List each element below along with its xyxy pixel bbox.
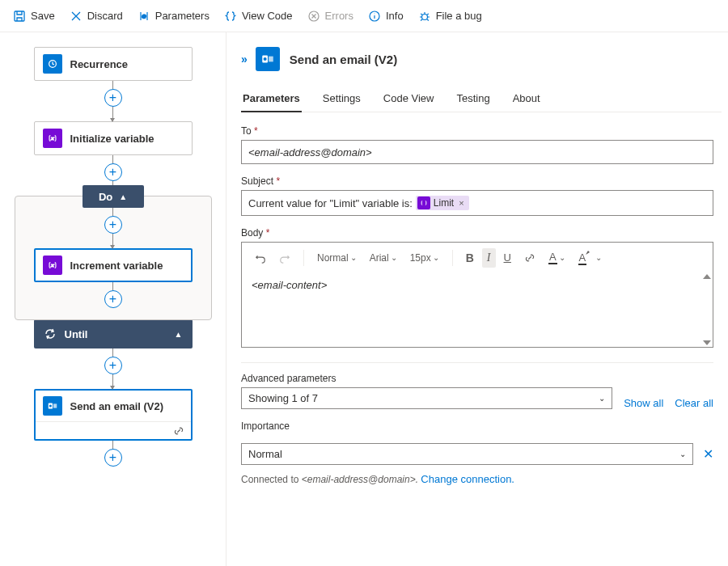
redo-button[interactable] (274, 249, 295, 267)
recurrence-node[interactable]: Recurrence (34, 47, 193, 81)
save-label: Save (31, 10, 55, 22)
chip-label: Limit (434, 197, 454, 209)
subject-prefix: Current value for "Limit" variable is: (248, 197, 413, 209)
connector-line (112, 107, 113, 121)
discard-button[interactable]: Discard (63, 5, 129, 27)
svg-point-10 (49, 404, 51, 407)
chevron-up-icon: ▲ (175, 330, 183, 339)
chevron-down-icon: ⌄ (595, 253, 602, 262)
node-label: Send an email (V2) (70, 400, 164, 412)
link-icon (524, 252, 535, 264)
add-step-button[interactable]: + (104, 449, 122, 467)
change-connection-link[interactable]: Change connection. (421, 473, 514, 485)
add-step-button[interactable]: + (104, 163, 122, 181)
advanced-label: Advanced parameters (241, 373, 612, 384)
until-label: Until (65, 328, 167, 340)
initialize-variable-node[interactable]: x Initialize variable (34, 121, 193, 155)
do-header[interactable]: Do ▲ (83, 185, 144, 208)
variable-chip[interactable]: Limit × (416, 196, 469, 210)
to-input[interactable]: <email-address@domain> (241, 140, 713, 164)
parameters-button[interactable]: @ Parameters (131, 5, 216, 27)
increment-variable-node[interactable]: x Increment variable (34, 248, 193, 282)
importance-select[interactable]: Normal ⌄ (241, 443, 693, 465)
add-step-button[interactable]: + (104, 357, 122, 374)
clear-all-link[interactable]: Clear all (675, 397, 713, 409)
errors-button: Errors (301, 5, 360, 27)
link-button[interactable] (519, 249, 540, 267)
error-icon (307, 10, 320, 23)
style-select[interactable]: Normal ⌄ (312, 249, 362, 267)
scroll-up-icon (703, 274, 711, 279)
do-label: Do (99, 191, 112, 203)
svg-text:x: x (50, 135, 54, 141)
chevron-down-icon: ⌄ (391, 253, 397, 262)
redo-icon (279, 252, 290, 264)
chevron-down-icon: ⌄ (433, 253, 439, 262)
show-all-link[interactable]: Show all (624, 397, 663, 409)
body-textarea[interactable]: <email-content> (242, 272, 713, 347)
workflow-canvas: Recurrence + x Initialize variable + Do … (0, 32, 226, 566)
errors-label: Errors (325, 10, 353, 22)
to-value: <email-address@domain> (248, 146, 372, 158)
svg-point-12 (263, 57, 266, 61)
add-step-button[interactable]: + (104, 216, 122, 234)
text-color-button[interactable]: A ⌄ (544, 247, 570, 268)
connector-line (112, 234, 113, 248)
svg-text:@: @ (142, 14, 146, 19)
clock-icon (43, 54, 62, 74)
subject-label: Subject * (241, 175, 713, 187)
svg-text:x: x (50, 262, 54, 268)
until-node[interactable]: Until ▲ (34, 319, 193, 348)
loop-icon (44, 327, 57, 340)
italic-button[interactable]: I (482, 248, 496, 268)
size-select[interactable]: 15px ⌄ (405, 249, 444, 267)
subject-input[interactable]: Current value for "Limit" variable is: L… (241, 190, 713, 216)
connector-line (112, 81, 113, 89)
details-panel: » Send an email (V2) Parameters Settings… (226, 32, 728, 566)
node-label: Initialize variable (70, 133, 154, 145)
braces-icon (224, 10, 237, 23)
chip-remove-button[interactable]: × (457, 198, 463, 208)
link-icon (173, 425, 184, 437)
connector-line (112, 208, 113, 216)
chevron-down-icon: ⌄ (679, 450, 686, 458)
highlight-button[interactable]: A ⌄ (574, 248, 607, 267)
tab-about[interactable]: About (511, 86, 542, 112)
undo-icon (255, 252, 266, 264)
view-code-button[interactable]: View Code (218, 5, 299, 27)
info-button[interactable]: Info (362, 5, 410, 27)
advanced-showing: Showing 1 of 7 (248, 392, 318, 404)
send-email-node[interactable]: Send an email (V2) (34, 389, 193, 441)
underline-button[interactable]: U (499, 248, 516, 267)
connector-line (112, 441, 113, 449)
panel-tabs: Parameters Settings Code View Testing Ab… (241, 86, 722, 112)
connection-info: Connected to <email-address@domain>. Cha… (241, 473, 722, 485)
tab-testing[interactable]: Testing (455, 86, 491, 112)
svg-point-5 (421, 14, 427, 19)
info-icon (368, 10, 381, 23)
chevron-down-icon: ⌄ (599, 394, 605, 403)
save-button[interactable]: Save (6, 5, 61, 27)
add-step-button[interactable]: + (104, 89, 122, 107)
connector-line (112, 348, 113, 357)
divider (241, 362, 713, 363)
collapse-panel-button[interactable]: » (241, 53, 246, 65)
view-code-label: View Code (242, 10, 293, 22)
scroll-down-icon (703, 340, 711, 345)
bold-button[interactable]: B (461, 248, 479, 268)
tab-settings[interactable]: Settings (321, 86, 362, 112)
outlook-icon (256, 47, 280, 71)
connector-line (112, 155, 113, 163)
info-label: Info (386, 10, 404, 22)
file-bug-button[interactable]: File a bug (412, 5, 489, 27)
tab-parameters[interactable]: Parameters (241, 86, 302, 112)
variable-icon: x (43, 256, 62, 275)
remove-importance-button[interactable]: ✕ (703, 446, 713, 462)
add-step-button[interactable]: + (104, 290, 122, 308)
body-content: <email-content> (252, 279, 327, 291)
tab-code-view[interactable]: Code View (382, 86, 436, 112)
advanced-parameters-select[interactable]: Showing 1 of 7 ⌄ (241, 387, 612, 409)
chevron-up-icon: ▲ (119, 192, 127, 201)
font-select[interactable]: Arial ⌄ (365, 249, 402, 267)
undo-button[interactable] (250, 249, 271, 267)
